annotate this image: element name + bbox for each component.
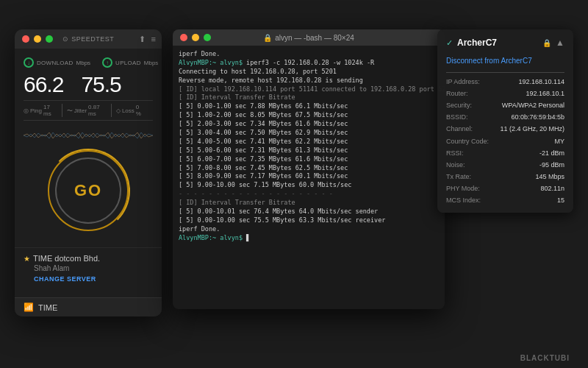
tx-rate-label: Tx Rate: xyxy=(446,171,471,183)
isp-name: TIME dotcom Bhd. xyxy=(33,254,100,263)
minimize-button[interactable] xyxy=(34,35,41,43)
terminal-lock-icon: 🔒 xyxy=(263,34,272,42)
terminal-line: [ 5] 8.00-9.00 sec 7.17 MBytes 60.1 Mbit… xyxy=(179,172,439,181)
terminal-title: 🔒 alvyn — -bash — 80×24 xyxy=(263,34,354,42)
download-label-group: DOWNLOAD Mbps xyxy=(24,57,90,68)
go-button[interactable]: GO xyxy=(55,158,121,224)
security-row: Security: WPA/WPA2 Personal xyxy=(446,99,564,111)
ping-label: Ping xyxy=(30,107,42,114)
wifi-icon: 📶 xyxy=(24,302,34,312)
download-icon xyxy=(24,57,34,68)
phy-row: PHY Mode: 802.11n xyxy=(446,183,564,194)
speedtest-titlebar: ⊙ SPEEDTEST ⬆ ≡ xyxy=(15,29,162,49)
rssi-value: -21 dBm xyxy=(539,147,564,159)
lock-icon: 🔒 xyxy=(542,37,551,50)
terminal-line: [ 5] 2.00-3.00 sec 7.34 MBytes 61.6 Mbit… xyxy=(179,120,439,129)
security-label: Security: xyxy=(446,99,472,111)
jitter-icon: 〜 xyxy=(67,107,73,115)
disconnect-button[interactable]: Disconnect from ArcherC7 xyxy=(446,54,564,68)
change-server-button[interactable]: CHANGE SERVER xyxy=(24,275,153,283)
ip-address-row: IP Address: 192.168.10.114 xyxy=(446,76,564,88)
upload-unit: Mbps xyxy=(144,60,159,66)
terminal-line: Connecting to host 192.168.0.28, port 52… xyxy=(179,68,439,77)
stats-row: ◎ Ping 17 ms 〜 Jitter 0.87 ms ◇ Loss 0 % xyxy=(24,100,153,121)
wifi-panel: ✓ ArcherC7 🔒 ▲ Disconnect from ArcherC7 … xyxy=(437,29,573,213)
terminal-body[interactable]: iperf Done.AlvynMBP:~ alvyn$ iperf3 -c 1… xyxy=(173,46,445,305)
check-icon: ✓ xyxy=(446,36,453,51)
terminal-line: AlvynMBP:~ alvyn$ iperf3 -c 192.168.0.28… xyxy=(179,59,439,68)
speedtest-title-icon: ⊙ xyxy=(62,35,69,43)
upload-label-group: UPLOAD Mbps xyxy=(102,57,158,68)
mcs-row: MCS Index: 15 xyxy=(446,194,564,206)
channel-value: 11 (2.4 GHz, 20 MHz) xyxy=(500,123,564,135)
terminal-titlebar: 🔒 alvyn — -bash — 80×24 xyxy=(173,29,445,46)
terminal-line: Reverse mode, remote host 192.168.0.28 i… xyxy=(179,77,439,85)
terminal-line: [ 5] 7.00-8.00 sec 7.45 MBytes 62.5 Mbit… xyxy=(179,164,439,173)
ping-value: 17 ms xyxy=(43,104,57,117)
title-actions: ⬆ ≡ xyxy=(139,35,156,44)
share-icon[interactable]: ⬆ xyxy=(139,35,146,44)
download-unit: Mbps xyxy=(76,60,91,66)
ping-icon: ◎ xyxy=(24,107,29,114)
speedtest-title: ⊙ SPEEDTEST xyxy=(62,35,115,43)
terminal-line: [ 5] 4.00-5.00 sec 7.41 MBytes 62.2 Mbit… xyxy=(179,138,439,146)
wifi-panel-header: ✓ ArcherC7 🔒 ▲ xyxy=(446,35,564,52)
loss-icon: ◇ xyxy=(116,107,121,114)
loss-label: Loss xyxy=(122,107,135,114)
terminal-line: [ 5] 9.00-10.00 sec 7.15 MBytes 60.0 Mbi… xyxy=(179,181,439,190)
mcs-value: 15 xyxy=(557,194,564,206)
channel-row: Channel: 11 (2.4 GHz, 20 MHz) xyxy=(446,123,564,135)
mcs-label: MCS Index: xyxy=(446,194,481,206)
terminal-line: [ ID] Interval Transfer Bitrate xyxy=(179,93,439,102)
network-name: ArcherC7 xyxy=(457,35,497,52)
bssid-label: BSSID: xyxy=(446,111,468,123)
maximize-button[interactable] xyxy=(46,35,53,43)
go-label: GO xyxy=(74,181,102,200)
terminal-line: [ 5] 0.00-10.00 sec 75.5 MBytes 63.3 Mbi… xyxy=(179,216,439,225)
menu-icon[interactable]: ≡ xyxy=(151,35,156,44)
terminal-line: [ 5] 0.00-1.00 sec 7.88 MBytes 66.1 Mbit… xyxy=(179,102,439,111)
ip-address-value: 192.168.10.114 xyxy=(518,76,564,88)
channel-label: Channel: xyxy=(446,123,473,135)
router-value: 192.168.10.1 xyxy=(526,88,564,99)
jitter-value: 0.87 ms xyxy=(88,104,107,117)
server-info: ★ TIME dotcom Bhd. Shah Alam CHANGE SERV… xyxy=(15,247,162,289)
router-label: Router: xyxy=(446,88,468,99)
star-icon: ★ xyxy=(24,255,30,263)
divider xyxy=(446,72,564,73)
location: Shah Alam xyxy=(24,264,153,272)
noise-label: Noise: xyxy=(446,159,465,171)
ping-stat: ◎ Ping 17 ms xyxy=(24,104,62,117)
jitter-stat: 〜 Jitter 0.87 ms xyxy=(67,104,112,117)
terminal-line: [ 5] 1.00-2.00 sec 8.05 MBytes 67.5 Mbit… xyxy=(179,111,439,120)
terminal-line: AlvynMBP:~ alvyn$ ▋ xyxy=(179,234,439,243)
upload-icon xyxy=(102,57,112,68)
rssi-label: RSSI: xyxy=(446,147,464,159)
speedtest-window: ⊙ SPEEDTEST ⬆ ≡ DOWNLOAD Mbps UPLOAD Mbp… xyxy=(15,29,162,316)
close-button[interactable] xyxy=(22,35,29,43)
terminal-line: [ 5] 5.00-6.00 sec 7.31 MBytes 61.3 Mbit… xyxy=(179,146,439,155)
go-button-container: GO xyxy=(24,150,153,231)
jitter-label: Jitter xyxy=(74,107,87,114)
terminal-line: [ 5] 6.00-7.00 sec 7.35 MBytes 61.6 Mbit… xyxy=(179,155,439,164)
wifi-signal-icon: ▲ xyxy=(556,35,564,52)
term-close-button[interactable] xyxy=(180,34,187,41)
terminal-line: [ ID] Interval Transfer Bitrate xyxy=(179,199,439,208)
waveform xyxy=(24,128,153,143)
loss-stat: ◇ Loss 0 % xyxy=(116,104,148,117)
bssid-value: 60:0b:76:59:b4:5b xyxy=(511,111,564,123)
bssid-row: BSSID: 60:0b:76:59:b4:5b xyxy=(446,111,564,123)
loss-value: 0 % xyxy=(136,104,144,117)
terminal-line: [ 5] 3.00-4.00 sec 7.50 MBytes 62.9 Mbit… xyxy=(179,129,439,138)
terminal-line: - - - - - - - - - - - - - - - - - - - - … xyxy=(179,190,439,199)
tab-label: TIME xyxy=(38,303,57,312)
country-row: Country Code: MY xyxy=(446,135,564,147)
term-minimize-button[interactable] xyxy=(192,34,199,41)
speed-values-row: 66.2 75.5 xyxy=(24,72,153,97)
upload-label: UPLOAD xyxy=(115,60,141,66)
term-maximize-button[interactable] xyxy=(204,34,211,41)
watermark: BLACKTUBI xyxy=(520,354,570,362)
bottom-tabs: 📶 TIME xyxy=(15,297,162,316)
ip-address-label: IP Address: xyxy=(446,76,480,88)
terminal-window: 🔒 alvyn — -bash — 80×24 iperf Done.Alvyn… xyxy=(173,29,445,309)
